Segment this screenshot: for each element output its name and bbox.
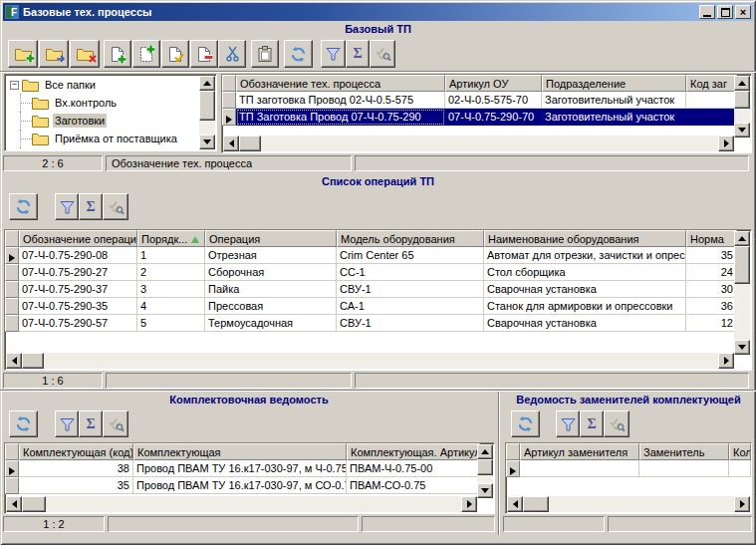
table-cell[interactable]: ПВАМ-Ч-0.75-00 [347, 460, 480, 477]
table-cell[interactable]: 30 [686, 281, 737, 298]
table-cell[interactable]: Провод ПВАМ ТУ 16.к17-030-97, м Ч-0.75 [133, 460, 347, 477]
table-row[interactable]: 35Провод ПВАМ ТУ 16.к17-030-97, м СО-0.7… [5, 477, 480, 494]
collapse-icon[interactable]: − [10, 81, 19, 90]
column-header[interactable]: Заменитель [639, 443, 729, 460]
column-header[interactable]: Операция [205, 230, 337, 247]
scroll-thumb[interactable] [477, 459, 493, 475]
table-cell[interactable]: 35 [19, 477, 133, 494]
table-row[interactable] [506, 460, 751, 477]
table-row[interactable]: 07-Ч-0.75-290-272СборочнаяСС-1Стол сборщ… [5, 264, 737, 281]
ops-filter-button[interactable] [55, 193, 79, 220]
table-row[interactable]: 07-Ч-0.75-290-354ПрессоваяСА-1Станок для… [5, 298, 737, 315]
column-header[interactable]: Наименование оборудования [484, 230, 686, 247]
column-header[interactable]: Комплектующая [133, 443, 347, 460]
maximize-button[interactable] [717, 5, 733, 19]
tree-item-root[interactable]: − Все папки [6, 76, 199, 94]
table-cell[interactable]: СА-1 [337, 298, 484, 315]
column-header[interactable]: Код заг [686, 75, 737, 92]
scroll-up-button[interactable] [477, 444, 493, 459]
table-cell[interactable]: Заготовительный участок [542, 92, 686, 109]
title-bar[interactable]: F Базовые тех. процессы × [3, 3, 753, 21]
table-cell[interactable]: Прессовая [205, 298, 337, 315]
table-row[interactable]: ТП заготовка Провод 02-Ч-0.5-57502-Ч-0.5… [222, 92, 737, 109]
subs-refresh-button[interactable] [511, 410, 540, 437]
kit-horizontal-scrollbar[interactable] [6, 496, 477, 512]
table-cell[interactable]: ТП Заготовка Провод 07-Ч-0.75-290 [236, 109, 445, 126]
table-cell[interactable]: 1 [137, 247, 205, 264]
table-cell[interactable]: 07-Ч-0.75-290-70 [445, 109, 542, 126]
table-cell[interactable]: Crim Center 65 [337, 247, 484, 264]
table-cell[interactable]: СС-1 [337, 264, 484, 281]
column-header[interactable]: Кол [729, 443, 751, 460]
kit-refresh-button[interactable] [9, 410, 38, 437]
table-cell[interactable]: 02-Ч-0.5-575-70 [445, 92, 542, 109]
table-cell[interactable]: Провод ПВАМ ТУ 16.к17-030-97, м СО-0.75 [133, 477, 347, 494]
tp-table[interactable]: Обозначение тех. процессаАртикул ОУПодра… [222, 75, 737, 126]
scroll-thumb[interactable] [734, 91, 750, 109]
folder-delete-button[interactable] [70, 40, 100, 68]
scroll-thumb[interactable] [199, 91, 215, 121]
sum-button[interactable]: Σ [346, 40, 370, 68]
ops-vertical-scrollbar[interactable] [734, 231, 750, 355]
kit-settings-button[interactable] [103, 410, 128, 437]
table-cell[interactable]: 2 [137, 264, 205, 281]
folder-add-button[interactable] [8, 40, 38, 68]
refresh-button[interactable] [284, 40, 313, 68]
table-cell[interactable]: 07-Ч-0.75-290-27 [19, 264, 137, 281]
table-cell[interactable]: 07-Ч-0.75-290-35 [19, 298, 137, 315]
scroll-thumb[interactable] [523, 496, 549, 512]
table-cell[interactable]: Отрезная [205, 247, 337, 264]
kit-filter-button[interactable] [55, 410, 79, 437]
ops-settings-button[interactable] [103, 193, 128, 220]
scroll-down-button[interactable] [734, 123, 750, 137]
table-cell[interactable]: 35 [686, 247, 737, 264]
tree-item-priemka[interactable]: Приёмка от поставщика [6, 130, 199, 147]
subs-sum-button[interactable]: Σ [580, 410, 604, 437]
scroll-left-button[interactable] [6, 496, 22, 512]
column-header[interactable]: Комплектующая. Артикул [347, 443, 480, 460]
record-edit-button[interactable] [161, 40, 189, 68]
filter-button[interactable] [321, 40, 346, 68]
column-header[interactable]: Норма [686, 230, 737, 247]
scroll-thumb[interactable] [22, 353, 44, 369]
scroll-thumb[interactable] [734, 246, 750, 284]
table-cell[interactable]: Пайка [205, 281, 337, 298]
column-header[interactable]: Комплектующая (код) [19, 443, 133, 460]
scroll-down-button[interactable] [477, 483, 493, 498]
table-cell[interactable]: Заготовительный участок [542, 109, 686, 126]
table-cell[interactable] [639, 460, 729, 477]
tree-item-sborochnye[interactable]: Сборочные [6, 147, 199, 149]
scroll-left-button[interactable] [223, 136, 239, 151]
scroll-left-button[interactable] [6, 353, 22, 369]
column-header[interactable]: Модель оборудования [337, 230, 484, 247]
column-header[interactable]: Порядк... [137, 230, 205, 247]
table-cell[interactable]: Сборочная [205, 264, 337, 281]
table-cell[interactable]: СВУ-1 [337, 281, 484, 298]
kit-vertical-scrollbar[interactable] [477, 444, 493, 498]
column-header[interactable]: Обозначение тех. процесса [236, 75, 445, 92]
table-cell[interactable] [686, 92, 737, 109]
cut-button[interactable] [218, 40, 246, 68]
scroll-right-button[interactable] [718, 136, 734, 151]
column-header[interactable]: Подразделение [542, 75, 686, 92]
table-cell[interactable]: ТП заготовка Провод 02-Ч-0.5-575 [236, 92, 445, 109]
scroll-right-button[interactable] [461, 496, 477, 512]
column-header[interactable]: Артикул ОУ [445, 75, 542, 92]
table-cell[interactable]: Сварочная установка [484, 315, 686, 332]
table-row[interactable]: 07-Ч-0.75-290-081ОтрезнаяCrim Center 65А… [5, 247, 737, 264]
record-add-button[interactable] [104, 40, 131, 68]
kit-sum-button[interactable]: Σ [79, 410, 103, 437]
table-row[interactable]: 07-Ч-0.75-290-373ПайкаСВУ-1Сварочная уст… [5, 281, 737, 298]
scroll-thumb[interactable] [239, 136, 261, 151]
table-cell[interactable]: 5 [137, 315, 205, 332]
table-cell[interactable]: Термоусадочная [205, 315, 337, 332]
table-cell[interactable]: 36 [686, 298, 737, 315]
folder-tree[interactable]: − Все папки Вх.контроль Заготовки Приёмк… [4, 74, 217, 151]
operations-table[interactable]: Обозначение операцииПорядк...ОперацияМод… [5, 230, 737, 332]
column-header[interactable]: Обозначение операции [19, 230, 137, 247]
tree-item-vh-kontrol[interactable]: Вх.контроль [6, 94, 199, 112]
table-cell[interactable]: Автомат для отрезки, зачистки и опрес [484, 247, 686, 264]
scroll-down-button[interactable] [734, 340, 750, 355]
tree-vertical-scrollbar[interactable] [199, 76, 215, 149]
table-cell[interactable]: ПВАМ-СО-0.75 [347, 477, 480, 494]
